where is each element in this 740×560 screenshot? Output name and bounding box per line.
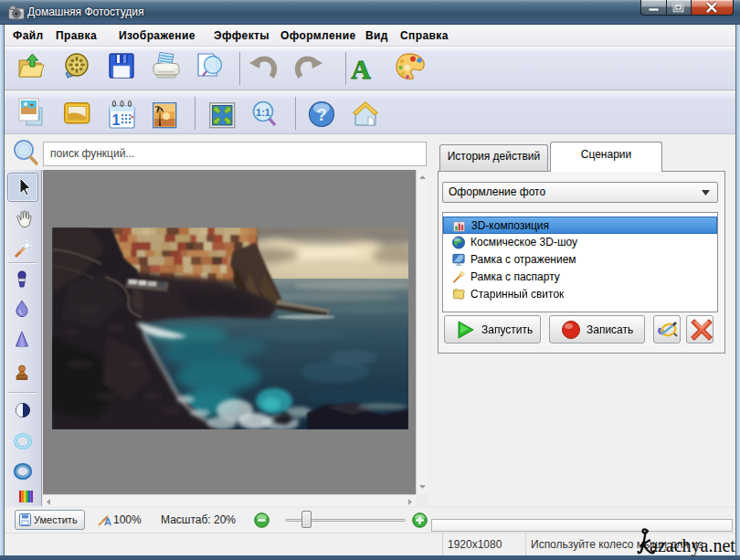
svg-text:1: 1 <box>112 112 121 128</box>
svg-text:?: ? <box>316 105 327 124</box>
svg-text:1:1: 1:1 <box>256 107 270 118</box>
svg-text:A: A <box>104 516 111 527</box>
svg-text:A: A <box>351 54 371 84</box>
